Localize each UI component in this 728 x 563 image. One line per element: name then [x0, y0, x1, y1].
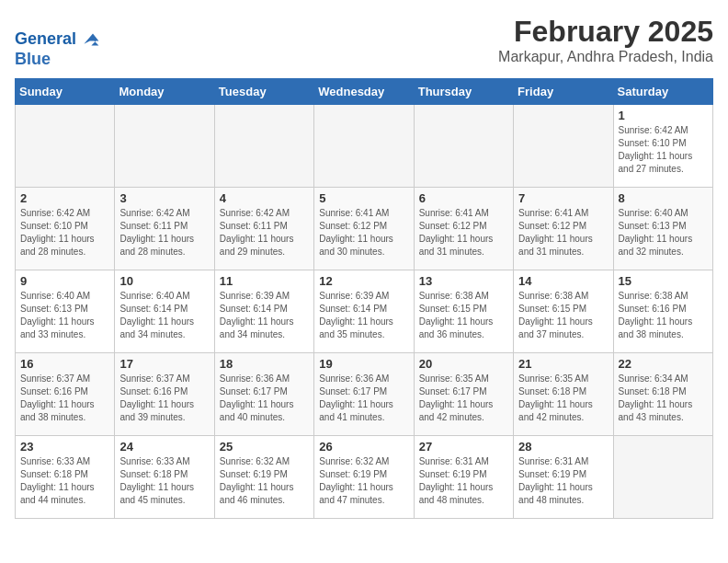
calendar-title: February 2025 — [498, 15, 713, 49]
day-number: 27 — [419, 440, 508, 454]
calendar-cell — [613, 436, 712, 519]
calendar-table: Sunday Monday Tuesday Wednesday Thursday… — [15, 78, 713, 519]
week-row-2: 9Sunrise: 6:40 AM Sunset: 6:13 PM Daylig… — [16, 270, 713, 353]
day-info: Sunrise: 6:33 AM Sunset: 6:18 PM Dayligh… — [119, 455, 209, 507]
day-info: Sunrise: 6:36 AM Sunset: 6:17 PM Dayligh… — [319, 373, 408, 424]
logo: General Blue — [15, 29, 100, 69]
day-number: 11 — [220, 274, 309, 288]
day-info: Sunrise: 6:42 AM Sunset: 6:10 PM Dayligh… — [20, 207, 109, 259]
day-info: Sunrise: 6:38 AM Sunset: 6:15 PM Dayligh… — [518, 290, 608, 341]
day-number: 26 — [319, 440, 408, 454]
header-thursday: Thursday — [414, 79, 513, 105]
calendar-cell — [214, 105, 313, 188]
day-info: Sunrise: 6:31 AM Sunset: 6:19 PM Dayligh… — [419, 455, 508, 507]
day-info: Sunrise: 6:37 AM Sunset: 6:16 PM Dayligh… — [20, 373, 109, 424]
calendar-cell — [414, 105, 513, 188]
calendar-cell: 14Sunrise: 6:38 AM Sunset: 6:15 PM Dayli… — [514, 270, 613, 353]
day-number: 17 — [119, 357, 209, 371]
calendar-cell: 8Sunrise: 6:40 AM Sunset: 6:13 PM Daylig… — [613, 188, 712, 270]
calendar-cell: 13Sunrise: 6:38 AM Sunset: 6:15 PM Dayli… — [414, 270, 513, 353]
header-sunday: Sunday — [16, 79, 115, 105]
day-info: Sunrise: 6:42 AM Sunset: 6:10 PM Dayligh… — [619, 124, 708, 176]
day-info: Sunrise: 6:41 AM Sunset: 6:12 PM Dayligh… — [319, 207, 408, 259]
calendar-cell: 9Sunrise: 6:40 AM Sunset: 6:13 PM Daylig… — [16, 270, 115, 353]
day-number: 22 — [619, 357, 708, 371]
day-info: Sunrise: 6:41 AM Sunset: 6:12 PM Dayligh… — [419, 207, 508, 259]
calendar-cell: 5Sunrise: 6:41 AM Sunset: 6:12 PM Daylig… — [314, 188, 414, 270]
calendar-cell: 7Sunrise: 6:41 AM Sunset: 6:12 PM Daylig… — [514, 188, 613, 270]
day-info: Sunrise: 6:40 AM Sunset: 6:13 PM Dayligh… — [20, 290, 109, 341]
day-info: Sunrise: 6:42 AM Sunset: 6:11 PM Dayligh… — [220, 207, 309, 259]
calendar-cell: 20Sunrise: 6:35 AM Sunset: 6:17 PM Dayli… — [414, 353, 513, 436]
day-info: Sunrise: 6:33 AM Sunset: 6:18 PM Dayligh… — [20, 455, 109, 507]
title-section: February 2025 Markapur, Andhra Pradesh, … — [498, 15, 713, 65]
day-number: 19 — [319, 357, 408, 371]
calendar-cell: 3Sunrise: 6:42 AM Sunset: 6:11 PM Daylig… — [115, 188, 214, 270]
day-number: 21 — [518, 357, 608, 371]
calendar-cell — [115, 105, 214, 188]
calendar-cell: 6Sunrise: 6:41 AM Sunset: 6:12 PM Daylig… — [414, 188, 513, 270]
top-bar: General Blue February 2025 Markapur, And… — [15, 15, 713, 73]
day-number: 10 — [119, 274, 209, 288]
day-number: 15 — [619, 274, 708, 288]
day-info: Sunrise: 6:34 AM Sunset: 6:18 PM Dayligh… — [619, 373, 708, 424]
calendar-cell: 18Sunrise: 6:36 AM Sunset: 6:17 PM Dayli… — [214, 353, 313, 436]
day-number: 20 — [419, 357, 508, 371]
week-row-0: 1Sunrise: 6:42 AM Sunset: 6:10 PM Daylig… — [16, 105, 713, 188]
calendar-cell: 17Sunrise: 6:37 AM Sunset: 6:16 PM Dayli… — [115, 353, 214, 436]
day-number: 14 — [518, 274, 608, 288]
calendar-cell: 28Sunrise: 6:31 AM Sunset: 6:19 PM Dayli… — [514, 436, 613, 519]
day-info: Sunrise: 6:32 AM Sunset: 6:19 PM Dayligh… — [319, 455, 408, 507]
calendar-cell: 27Sunrise: 6:31 AM Sunset: 6:19 PM Dayli… — [414, 436, 513, 519]
day-info: Sunrise: 6:39 AM Sunset: 6:14 PM Dayligh… — [220, 290, 309, 341]
day-info: Sunrise: 6:38 AM Sunset: 6:15 PM Dayligh… — [419, 290, 508, 341]
calendar-subtitle: Markapur, Andhra Pradesh, India — [498, 49, 713, 65]
calendar-cell — [314, 105, 414, 188]
header-friday: Friday — [514, 79, 613, 105]
day-info: Sunrise: 6:40 AM Sunset: 6:13 PM Dayligh… — [619, 207, 708, 259]
calendar-cell: 24Sunrise: 6:33 AM Sunset: 6:18 PM Dayli… — [115, 436, 214, 519]
day-number: 1 — [619, 109, 708, 122]
svg-marker-0 — [84, 34, 98, 46]
logo-icon — [78, 29, 100, 51]
week-row-4: 23Sunrise: 6:33 AM Sunset: 6:18 PM Dayli… — [16, 436, 713, 519]
calendar-cell — [514, 105, 613, 188]
calendar-cell: 21Sunrise: 6:35 AM Sunset: 6:18 PM Dayli… — [514, 353, 613, 436]
logo-line1: General — [15, 29, 100, 51]
calendar-cell: 19Sunrise: 6:36 AM Sunset: 6:17 PM Dayli… — [314, 353, 414, 436]
header-saturday: Saturday — [613, 79, 712, 105]
day-number: 9 — [20, 274, 109, 288]
day-number: 24 — [119, 440, 209, 454]
calendar-cell: 10Sunrise: 6:40 AM Sunset: 6:14 PM Dayli… — [115, 270, 214, 353]
day-number: 12 — [319, 274, 408, 288]
calendar-cell: 23Sunrise: 6:33 AM Sunset: 6:18 PM Dayli… — [16, 436, 115, 519]
day-info: Sunrise: 6:37 AM Sunset: 6:16 PM Dayligh… — [119, 373, 209, 424]
calendar-cell: 1Sunrise: 6:42 AM Sunset: 6:10 PM Daylig… — [613, 105, 712, 188]
day-info: Sunrise: 6:40 AM Sunset: 6:14 PM Dayligh… — [119, 290, 209, 341]
day-number: 5 — [319, 191, 408, 205]
day-info: Sunrise: 6:42 AM Sunset: 6:11 PM Dayligh… — [119, 207, 209, 259]
week-row-3: 16Sunrise: 6:37 AM Sunset: 6:16 PM Dayli… — [16, 353, 713, 436]
day-info: Sunrise: 6:31 AM Sunset: 6:19 PM Dayligh… — [518, 455, 608, 507]
day-info: Sunrise: 6:39 AM Sunset: 6:14 PM Dayligh… — [319, 290, 408, 341]
day-number: 2 — [20, 191, 109, 205]
day-number: 25 — [220, 440, 309, 454]
day-number: 16 — [20, 357, 109, 371]
calendar-cell: 22Sunrise: 6:34 AM Sunset: 6:18 PM Dayli… — [613, 353, 712, 436]
day-info: Sunrise: 6:32 AM Sunset: 6:19 PM Dayligh… — [220, 455, 309, 507]
calendar-cell — [16, 105, 115, 188]
calendar-cell: 16Sunrise: 6:37 AM Sunset: 6:16 PM Dayli… — [16, 353, 115, 436]
calendar-cell: 2Sunrise: 6:42 AM Sunset: 6:10 PM Daylig… — [16, 188, 115, 270]
day-number: 13 — [419, 274, 508, 288]
week-row-1: 2Sunrise: 6:42 AM Sunset: 6:10 PM Daylig… — [16, 188, 713, 270]
day-number: 4 — [220, 191, 309, 205]
day-number: 8 — [619, 191, 708, 205]
calendar-cell: 4Sunrise: 6:42 AM Sunset: 6:11 PM Daylig… — [214, 188, 313, 270]
day-info: Sunrise: 6:35 AM Sunset: 6:17 PM Dayligh… — [419, 373, 508, 424]
header-tuesday: Tuesday — [214, 79, 313, 105]
calendar-cell: 12Sunrise: 6:39 AM Sunset: 6:14 PM Dayli… — [314, 270, 414, 353]
day-info: Sunrise: 6:36 AM Sunset: 6:17 PM Dayligh… — [220, 373, 309, 424]
day-info: Sunrise: 6:35 AM Sunset: 6:18 PM Dayligh… — [518, 373, 608, 424]
day-number: 28 — [518, 440, 608, 454]
day-number: 7 — [518, 191, 608, 205]
